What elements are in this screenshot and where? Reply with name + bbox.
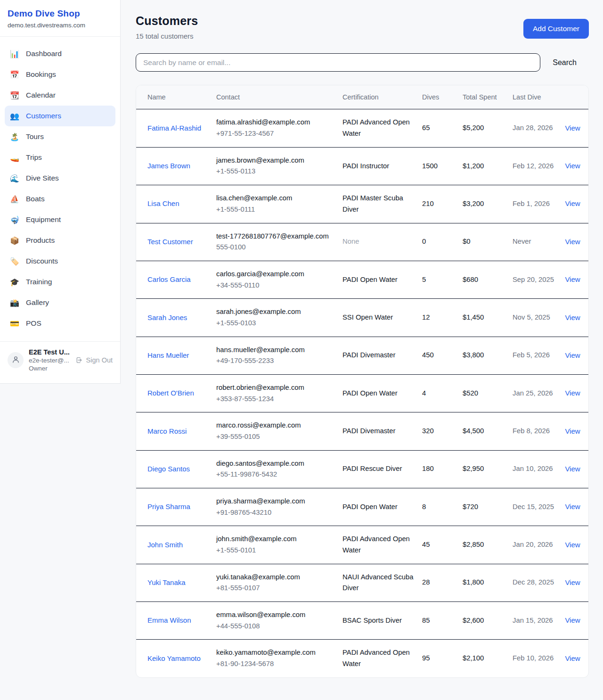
sidebar-item-label: Tours xyxy=(26,132,44,141)
customer-phone: +1-555-0103 xyxy=(216,318,334,329)
sidebar-item-products[interactable]: 📦 Products xyxy=(5,230,115,251)
customer-email: sarah.jones@example.com xyxy=(216,306,334,318)
last-dive-cell: Sep 20, 2025 xyxy=(513,267,563,293)
customer-name-link[interactable]: Priya Sharma xyxy=(147,502,190,511)
certification-cell: BSAC Sports Diver xyxy=(342,608,422,634)
customer-phone: +1-555-0111 xyxy=(216,204,334,215)
customer-email: priya.sharma@example.com xyxy=(216,496,334,507)
dives-cell: 180 xyxy=(422,456,463,482)
view-link[interactable]: View xyxy=(565,238,580,246)
contact-cell: robert.obrien@example.com +353-87-555-12… xyxy=(216,375,342,412)
view-link[interactable]: View xyxy=(565,313,580,321)
customer-name-link[interactable]: Test Customer xyxy=(147,238,193,246)
view-link[interactable]: View xyxy=(565,465,580,473)
view-link[interactable]: View xyxy=(565,578,580,586)
customer-name-link[interactable]: Keiko Yamamoto xyxy=(147,654,201,662)
customer-phone: +1-555-0113 xyxy=(216,166,334,177)
last-dive-cell: Jan 28, 2026 xyxy=(513,115,563,141)
customer-name-link[interactable]: Robert O'Brien xyxy=(147,389,194,397)
sidebar-item-equipment[interactable]: 🤿 Equipment xyxy=(5,209,115,230)
customer-phone: +91-98765-43210 xyxy=(216,507,334,519)
customer-name-link[interactable]: Hans Mueller xyxy=(147,351,189,359)
total-spent-cell: $3,200 xyxy=(463,191,513,217)
customer-phone: +81-555-0107 xyxy=(216,583,334,594)
view-link[interactable]: View xyxy=(565,162,580,170)
main-content: Customers 15 total customers Add Custome… xyxy=(121,0,603,692)
sidebar-item-tours[interactable]: 🏝️ Tours xyxy=(5,126,115,147)
total-spent-cell: $1,800 xyxy=(463,569,513,596)
view-link[interactable]: View xyxy=(565,541,580,549)
total-spent-cell: $1,450 xyxy=(463,305,513,331)
sidebar-item-boats[interactable]: ⛵ Boats xyxy=(5,189,115,209)
sidebar-item-dive-sites[interactable]: 🌊 Dive Sites xyxy=(5,168,115,189)
customer-name-link[interactable]: Emma Wilson xyxy=(147,616,191,624)
total-spent-cell: $1,200 xyxy=(463,153,513,180)
sidebar-item-gallery[interactable]: 📸 Gallery xyxy=(5,292,115,313)
customer-name-link[interactable]: Yuki Tanaka xyxy=(147,578,186,586)
wave-icon: 🌊 xyxy=(9,174,20,183)
total-spent-cell: $0 xyxy=(463,229,513,255)
sign-out-label: Sign Out xyxy=(86,356,113,364)
contact-cell: sarah.jones@example.com +1-555-0103 xyxy=(216,299,342,336)
view-link[interactable]: View xyxy=(565,616,580,624)
view-link[interactable]: View xyxy=(565,275,580,283)
total-spent-cell: $520 xyxy=(463,380,513,407)
customer-name-link[interactable]: Fatima Al-Rashid xyxy=(147,124,201,132)
contact-cell: fatima.alrashid@example.com +971-55-123-… xyxy=(216,109,342,147)
last-dive-cell: Dec 15, 2025 xyxy=(513,494,563,520)
customer-phone: +55-11-99876-5432 xyxy=(216,469,334,480)
customer-name-link[interactable]: Carlos Garcia xyxy=(147,275,191,283)
dives-cell: 95 xyxy=(422,645,463,672)
view-link[interactable]: View xyxy=(565,427,580,435)
sidebar-item-label: Trips xyxy=(26,153,42,162)
sidebar-item-customers[interactable]: 👥 Customers xyxy=(5,106,115,126)
sidebar-item-dashboard[interactable]: 📊 Dashboard xyxy=(5,43,115,64)
sidebar-item-calendar[interactable]: 📆 Calendar xyxy=(5,85,115,106)
customer-email: james.brown@example.com xyxy=(216,155,334,166)
sidebar-item-bookings[interactable]: 📅 Bookings xyxy=(5,64,115,85)
total-spent-cell: $2,600 xyxy=(463,608,513,634)
table-header-row: Name Contact Certification Dives Total S… xyxy=(136,85,588,109)
view-link[interactable]: View xyxy=(565,502,580,511)
last-dive-cell: Nov 5, 2025 xyxy=(513,305,563,331)
customer-name-link[interactable]: Sarah Jones xyxy=(147,313,187,321)
table-row: Robert O'Brien robert.obrien@example.com… xyxy=(136,375,588,412)
view-link[interactable]: View xyxy=(565,199,580,207)
customer-phone: +353-87-555-1234 xyxy=(216,394,334,405)
sidebar-item-label: Boats xyxy=(26,195,45,203)
customer-email: test-1772681807767@example.com xyxy=(216,231,334,242)
customer-name-link[interactable]: Diego Santos xyxy=(147,465,190,473)
view-link[interactable]: View xyxy=(565,124,580,132)
contact-cell: yuki.tanaka@example.com +81-555-0107 xyxy=(216,564,342,601)
view-link[interactable]: View xyxy=(565,389,580,397)
certification-cell: SSI Open Water xyxy=(342,305,422,331)
sidebar-item-pos[interactable]: 💳 POS xyxy=(5,313,115,334)
contact-cell: diego.santos@example.com +55-11-99876-54… xyxy=(216,451,342,488)
contact-cell: lisa.chen@example.com +1-555-0111 xyxy=(216,185,342,222)
search-button[interactable]: Search xyxy=(540,55,589,71)
customer-phone: +34-555-0110 xyxy=(216,280,334,291)
sidebar-item-trips[interactable]: 🚤 Trips xyxy=(5,147,115,168)
table-row: Carlos Garcia carlos.garcia@example.com … xyxy=(136,261,588,299)
view-link[interactable]: View xyxy=(565,654,580,662)
sidebar-item-discounts[interactable]: 🏷️ Discounts xyxy=(5,251,115,272)
sign-out-button[interactable]: Sign Out xyxy=(75,356,113,364)
sidebar-item-training[interactable]: 🎓 Training xyxy=(5,272,115,292)
sidebar-item-label: Discounts xyxy=(26,257,58,265)
total-spent-cell: $4,500 xyxy=(463,418,513,445)
table-row: Emma Wilson emma.wilson@example.com +44-… xyxy=(136,602,588,640)
column-header: Name xyxy=(147,85,216,109)
customer-name-link[interactable]: Marco Rossi xyxy=(147,427,187,435)
last-dive-cell: Feb 1, 2026 xyxy=(513,191,563,217)
search-input[interactable] xyxy=(136,53,540,72)
last-dive-cell: Feb 12, 2026 xyxy=(513,153,563,180)
customer-name-link[interactable]: James Brown xyxy=(147,162,190,170)
add-customer-button[interactable]: Add Customer xyxy=(523,19,589,39)
customer-phone: +39-555-0105 xyxy=(216,431,334,443)
customer-name-link[interactable]: Lisa Chen xyxy=(147,199,179,207)
customer-email: john.smith@example.com xyxy=(216,534,334,545)
table-row: Test Customer test-1772681807767@example… xyxy=(136,223,588,261)
view-link[interactable]: View xyxy=(565,351,580,359)
last-dive-cell: Feb 10, 2026 xyxy=(513,645,563,672)
customer-name-link[interactable]: John Smith xyxy=(147,541,183,549)
